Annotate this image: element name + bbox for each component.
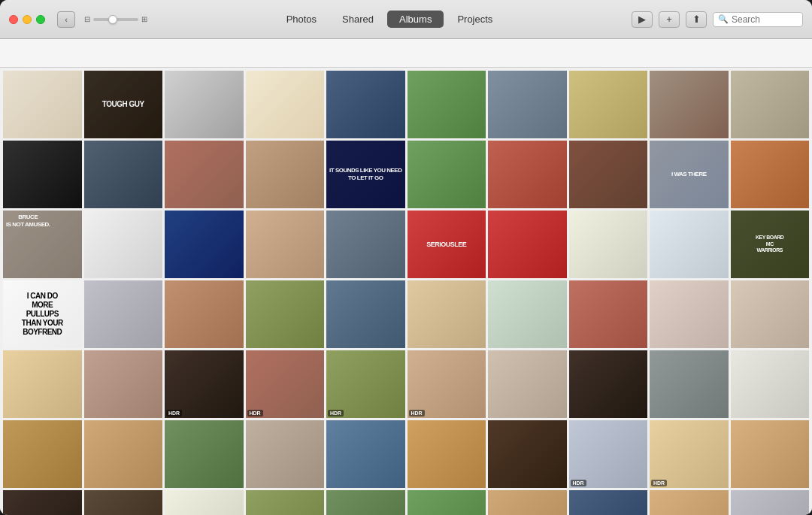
search-box[interactable]: 🔍 [713,12,803,27]
photo-cell[interactable] [326,211,405,278]
photo-cell[interactable] [165,280,244,348]
tab-photos[interactable]: Photos [274,11,329,28]
titlebar: ‹ ⊟ ⊞ Photos Shared Albums Projects ▶ + … [0,0,812,39]
maximize-button[interactable] [36,15,45,24]
photo-cell[interactable] [408,141,486,208]
photo-cell[interactable] [569,71,648,138]
photo-cell[interactable] [3,71,82,138]
share-button[interactable]: ⬆ [686,11,707,28]
photo-cell[interactable] [326,420,405,488]
photo-cell[interactable] [326,71,405,138]
photo-cell[interactable]: I CAN DO MORE PULLUPS THAN YOUR BOYFREND [3,280,82,348]
photo-cell[interactable]: TOUGH GUY [84,71,163,138]
photo-cell[interactable] [3,141,82,208]
photo-cell[interactable] [165,141,244,208]
photo-cell[interactable] [84,490,163,515]
zoom-slider-area[interactable]: ⊟ ⊞ [84,15,147,23]
photo-cell[interactable] [488,71,567,138]
photo-cell[interactable] [650,211,729,278]
photo-cell[interactable]: HDR [650,420,729,488]
zoom-slider-track[interactable] [93,18,138,21]
photo-cell[interactable] [84,280,163,348]
hdr-badge: HDR [571,480,586,486]
photo-row-7: HDRHDR [3,490,809,515]
photo-cell[interactable] [84,141,163,208]
photo-cell[interactable] [3,350,82,418]
photo-cell[interactable] [246,280,325,348]
photo-cell[interactable] [3,420,82,488]
photo-cell[interactable] [488,350,567,418]
photo-cell[interactable] [84,211,163,278]
photo-cell[interactable] [731,420,810,488]
photo-text-label: SERIOUSLEE [408,211,486,278]
photo-cell[interactable] [326,280,405,348]
search-input[interactable] [732,14,795,25]
photo-cell[interactable] [165,490,244,515]
photo-cell[interactable]: KEY BOARD MC WARRIORS [731,211,810,278]
photo-cell[interactable] [165,420,244,488]
photo-cell[interactable] [488,280,567,348]
tab-projects[interactable]: Projects [445,11,504,28]
photo-cell[interactable] [246,211,325,278]
tab-albums[interactable]: Albums [387,11,444,28]
photo-cell[interactable] [731,350,810,418]
minimize-button[interactable] [23,15,32,24]
photo-cell[interactable] [326,490,405,515]
photo-cell[interactable] [731,490,810,515]
photo-cell[interactable] [650,350,729,418]
hdr-badge: HDR [247,410,263,417]
share-icon: ⬆ [692,14,701,25]
photo-cell[interactable]: HDR [165,350,244,418]
photo-cell[interactable] [246,490,325,515]
photo-cell[interactable] [84,420,163,488]
photo-cell[interactable] [569,280,648,348]
photo-cell[interactable]: HDR [488,490,567,515]
zoom-out-icon: ⊟ [84,15,90,23]
photo-cell[interactable]: I WAS THERE [650,141,729,208]
photo-cell[interactable] [246,71,325,138]
photo-text-label: Bruce is not amused. [3,211,82,278]
photo-cell[interactable]: HDR [569,490,648,515]
close-button[interactable] [9,15,18,24]
photo-cell[interactable] [408,71,486,138]
tab-shared[interactable]: Shared [330,11,386,28]
add-button[interactable]: + [659,11,680,28]
photo-cell[interactable] [408,490,486,515]
photo-cell[interactable] [84,350,163,418]
photo-cell[interactable]: HDR [326,350,405,418]
photo-grid: TOUGH GUYIT SOUNDS LIKE YOU NEED TO LET … [3,71,809,515]
photo-cell[interactable] [569,141,648,208]
photo-row-6: HDRHDR [3,420,809,488]
photo-cell[interactable]: Bruce is not amused. [3,211,82,278]
photo-cell[interactable] [731,280,810,348]
photo-cell[interactable]: IT SOUNDS LIKE YOU NEED TO LET IT GO [326,141,405,208]
play-button[interactable]: ▶ [632,11,653,28]
photo-cell[interactable] [165,71,244,138]
photo-cell[interactable] [246,420,325,488]
photo-cell[interactable] [408,420,486,488]
photo-cell[interactable] [3,490,82,515]
photo-cell[interactable]: HDR [408,350,486,418]
photo-cell[interactable] [408,280,486,348]
photo-cell[interactable] [650,490,729,515]
photo-cell[interactable] [731,141,810,208]
photo-cell[interactable] [650,71,729,138]
photo-cell[interactable] [731,71,810,138]
photo-cell[interactable] [488,141,567,208]
photo-cell[interactable] [165,211,244,278]
photo-cell[interactable] [569,211,648,278]
photo-cell[interactable] [246,141,325,208]
photo-cell[interactable]: HDR [569,420,648,488]
photo-grid-container[interactable]: TOUGH GUYIT SOUNDS LIKE YOU NEED TO LET … [0,68,812,515]
photo-cell[interactable] [650,280,729,348]
zoom-slider-thumb[interactable] [108,15,117,24]
photo-cell[interactable] [488,211,567,278]
photo-cell[interactable] [569,350,648,418]
back-button[interactable]: ‹ [57,11,75,28]
hdr-badge: HDR [328,410,344,417]
photo-text-label: TOUGH GUY [84,71,163,138]
photo-cell[interactable] [488,420,567,488]
photo-cell[interactable]: SERIOUSLEE [408,211,486,278]
photo-cell[interactable]: HDR [246,350,325,418]
search-icon: 🔍 [718,14,729,24]
